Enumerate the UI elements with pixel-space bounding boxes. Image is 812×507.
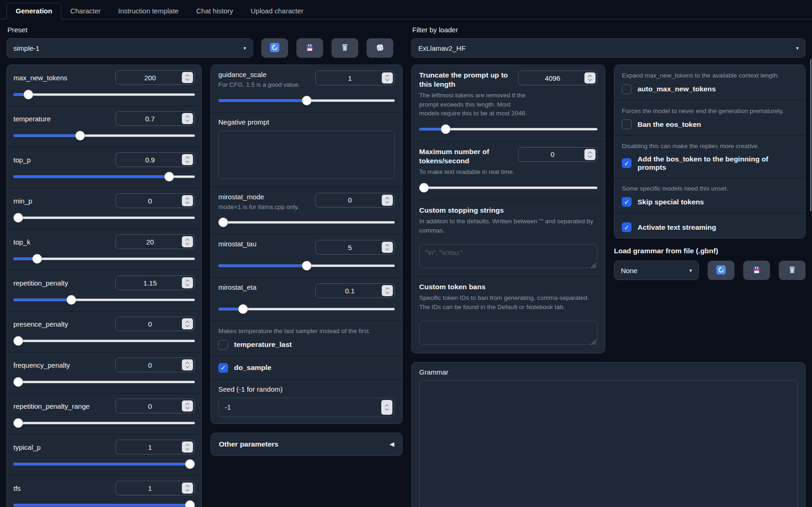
spinner-icon[interactable] [182, 154, 193, 165]
add-bos-token-checkbox[interactable]: Add the bos_token to the beginning of pr… [622, 155, 798, 172]
tfs-input[interactable]: 1 [115, 481, 195, 495]
top_p-slider[interactable] [13, 172, 195, 182]
typical_p-input[interactable]: 1 [115, 440, 195, 454]
custom-stopping-strings-textarea[interactable] [419, 244, 597, 268]
mirostat_mode-slider[interactable] [218, 217, 395, 227]
top_k-input[interactable]: 20 [115, 234, 195, 249]
tab-chat-history[interactable]: Chat history [187, 3, 242, 19]
refresh-presets-button[interactable] [261, 38, 288, 58]
tab-generation[interactable]: Generation [6, 3, 61, 19]
tab-character[interactable]: Character [61, 3, 109, 19]
slider-thumb[interactable] [185, 459, 195, 469]
mirostat_eta-slider[interactable] [218, 304, 395, 314]
spinner-icon[interactable] [182, 483, 193, 494]
mirostat_eta-input[interactable]: 0.1 [315, 283, 395, 298]
truncate-slider[interactable] [419, 124, 597, 134]
seed-input[interactable]: -1 [218, 398, 395, 417]
slider-thumb[interactable] [218, 218, 228, 227]
filter-by-loader-label: Filter by loader [412, 26, 805, 34]
temperature-slider[interactable] [13, 131, 195, 141]
ban-eos-token-checkbox[interactable]: Ban the eos_token [622, 119, 798, 129]
spinner-icon[interactable] [584, 149, 595, 160]
spinner-icon[interactable] [182, 113, 193, 124]
spinner-icon[interactable] [584, 72, 595, 84]
spinner-icon[interactable] [382, 242, 393, 253]
spinner-icon[interactable] [182, 400, 193, 412]
refresh-grammar-button[interactable] [708, 261, 734, 280]
guidance_scale-slider[interactable] [218, 95, 395, 106]
typical_p-slider[interactable] [13, 459, 195, 469]
top_p-input[interactable]: 0.9 [115, 152, 195, 167]
scrollbar[interactable] [810, 59, 812, 211]
slider-thumb[interactable] [185, 501, 195, 507]
slider-thumb[interactable] [75, 131, 85, 141]
spinner-icon[interactable] [182, 72, 193, 83]
other-parameters-accordion[interactable]: Other parameters ◀ [211, 433, 403, 456]
slider-thumb[interactable] [66, 295, 76, 305]
slider-thumb[interactable] [13, 336, 23, 346]
spinner-icon[interactable] [182, 195, 193, 206]
slider-thumb[interactable] [13, 213, 23, 223]
tab-instruction-template[interactable]: Instruction template [109, 3, 187, 19]
slider-thumb[interactable] [419, 183, 429, 192]
preset-dropdown[interactable]: simple-1 ▾ [6, 38, 253, 58]
slider-thumb[interactable] [441, 124, 451, 134]
guidance_scale-input[interactable]: 1 [315, 71, 395, 85]
do_sample-checkbox[interactable]: do_sample [218, 363, 395, 373]
mirostat_tau-slider[interactable] [218, 261, 395, 271]
spinner-icon[interactable] [182, 277, 193, 288]
mirostat_mode-input[interactable]: 0 [315, 193, 395, 208]
slider-thumb[interactable] [302, 261, 312, 271]
slider-thumb[interactable] [24, 90, 33, 100]
presence_penalty-slider[interactable] [13, 336, 195, 346]
spinner-icon[interactable] [381, 400, 392, 415]
temperature-input[interactable]: 0.7 [115, 111, 195, 126]
activate-text-streaming-checkbox[interactable]: Activate text streaming [622, 222, 798, 232]
tab-upload-character[interactable]: Upload character [242, 3, 312, 19]
random-preset-button[interactable] [367, 38, 393, 58]
frequency_penalty-slider[interactable] [13, 377, 195, 387]
spinner-icon[interactable] [382, 285, 393, 296]
slider-thumb[interactable] [302, 95, 312, 105]
min_p-input[interactable]: 0 [115, 193, 195, 208]
max_new_tokens-input[interactable]: 200 [115, 70, 195, 85]
save-preset-button[interactable] [296, 38, 323, 58]
spinner-icon[interactable] [382, 195, 393, 206]
spinner-icon[interactable] [182, 318, 193, 329]
spinner-icon[interactable] [182, 441, 193, 453]
max_new_tokens-slider[interactable] [13, 89, 195, 100]
delete-preset-button[interactable] [331, 38, 358, 58]
tfs-slider[interactable] [13, 500, 195, 507]
spinner-icon[interactable] [182, 359, 193, 370]
spinner-icon[interactable] [382, 72, 393, 84]
skip-special-tokens-checkbox[interactable]: Skip special tokens [622, 197, 798, 207]
save-grammar-button[interactable] [743, 261, 770, 280]
slider-thumb[interactable] [13, 377, 23, 387]
mirostat_tau-input[interactable]: 5 [315, 240, 395, 255]
slider-thumb[interactable] [238, 304, 248, 314]
grammar-file-dropdown[interactable]: None ▾ [614, 261, 699, 280]
max-tokens-second-input[interactable]: 0 [518, 147, 597, 162]
repetition_penalty_range-input[interactable]: 0 [115, 399, 195, 413]
slider-thumb[interactable] [13, 418, 23, 428]
negative-prompt-textarea[interactable] [218, 131, 395, 179]
temperature_last-checkbox[interactable]: temperature_last [218, 340, 395, 350]
grammar-textarea[interactable] [419, 380, 798, 507]
filter-by-loader-dropdown[interactable]: ExLlamav2_HF ▾ [411, 38, 806, 58]
auto_max_new_tokens-checkbox[interactable]: auto_max_new_tokens [622, 84, 798, 94]
truncate-input[interactable]: 4096 [518, 71, 597, 85]
slider-thumb[interactable] [164, 172, 174, 182]
max-tokens-second-slider[interactable] [419, 183, 597, 193]
ban-eos-token-row: Forces the model to never end the genera… [614, 101, 805, 136]
repetition_penalty_range-slider[interactable] [13, 418, 195, 428]
top_k-slider[interactable] [13, 254, 195, 264]
slider-thumb[interactable] [32, 254, 42, 264]
presence_penalty-input[interactable]: 0 [115, 316, 195, 331]
repetition_penalty-slider[interactable] [13, 295, 195, 305]
spinner-icon[interactable] [182, 236, 193, 247]
repetition_penalty-input[interactable]: 1.15 [115, 275, 195, 290]
custom-token-bans-textarea[interactable] [419, 321, 597, 345]
delete-grammar-button[interactable] [779, 261, 806, 280]
min_p-slider[interactable] [13, 213, 195, 223]
frequency_penalty-input[interactable]: 0 [115, 358, 195, 372]
